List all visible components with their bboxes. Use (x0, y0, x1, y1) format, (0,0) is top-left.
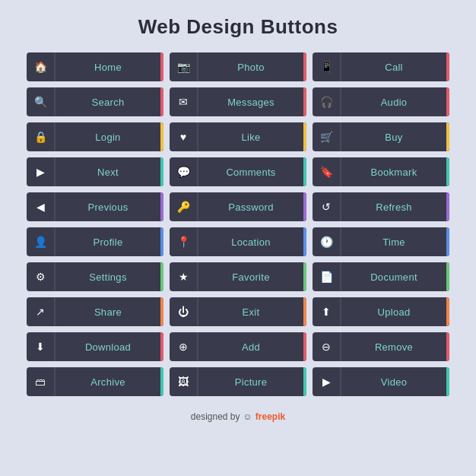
button-comments-accent (303, 157, 306, 186)
button-exit-icon-area: ⏻ (170, 297, 198, 326)
button-settings[interactable]: ⚙Settings (27, 262, 163, 291)
button-previous[interactable]: ◀Previous (27, 192, 163, 221)
button-home[interactable]: 🏠Home (27, 52, 163, 81)
button-buy[interactable]: 🛒Buy (313, 122, 449, 151)
button-location[interactable]: 📍Location (170, 227, 306, 256)
button-upload-icon-area: ⬆ (313, 297, 341, 326)
button-like-accent (303, 122, 306, 151)
button-search-accent (160, 87, 163, 116)
button-remove-accent (446, 332, 449, 361)
footer-brand: freepik (255, 411, 285, 422)
button-password[interactable]: 🔑Password (170, 192, 306, 221)
button-video-icon-area: ▶ (313, 367, 341, 396)
button-photo[interactable]: 📷Photo (170, 52, 306, 81)
button-bookmark[interactable]: 🔖Bookmark (313, 157, 449, 186)
button-upload[interactable]: ⬆Upload (313, 297, 449, 326)
next-icon: ▶ (36, 166, 45, 178)
button-audio-label: Audio (341, 97, 446, 108)
button-download-accent (160, 332, 163, 361)
button-video[interactable]: ▶Video (313, 367, 449, 396)
button-buy-accent (446, 122, 449, 151)
photo-icon: 📷 (177, 61, 190, 73)
button-share[interactable]: ↗Share (27, 297, 163, 326)
audio-icon: 🎧 (320, 96, 333, 108)
button-share-label: Share (56, 306, 160, 318)
search-icon: 🔍 (34, 96, 47, 108)
button-call[interactable]: 📱Call (313, 52, 449, 81)
button-document-icon-area: 📄 (313, 262, 341, 291)
button-refresh-icon-area: ↺ (313, 192, 341, 221)
button-next-icon-area: ▶ (27, 157, 56, 186)
button-password-label: Password (198, 202, 303, 213)
buy-icon: 🛒 (320, 131, 333, 143)
button-refresh[interactable]: ↺Refresh (313, 192, 449, 221)
button-document-accent (446, 262, 449, 291)
button-location-accent (303, 227, 306, 256)
button-download-icon-area: ⬇ (27, 332, 56, 361)
button-photo-icon-area: 📷 (170, 52, 198, 81)
button-document[interactable]: 📄Document (313, 262, 449, 291)
button-settings-accent (160, 262, 163, 291)
button-picture-accent (303, 367, 306, 396)
password-icon: 🔑 (177, 201, 190, 213)
button-add-icon-area: ⊕ (170, 332, 198, 361)
button-audio-accent (446, 87, 449, 116)
button-settings-label: Settings (56, 271, 160, 283)
button-picture-icon-area: 🖼 (170, 367, 198, 396)
button-call-label: Call (341, 62, 446, 73)
video-icon: ▶ (322, 376, 331, 388)
button-location-label: Location (198, 236, 303, 248)
button-profile-label: Profile (56, 236, 160, 248)
button-bookmark-label: Bookmark (341, 167, 446, 178)
button-like[interactable]: ♥Like (170, 122, 306, 151)
button-add[interactable]: ⊕Add (170, 332, 306, 361)
document-icon: 📄 (320, 271, 333, 283)
button-share-icon-area: ↗ (27, 297, 56, 326)
button-audio-icon-area: 🎧 (313, 87, 341, 116)
button-exit-label: Exit (198, 306, 303, 318)
buttons-grid: 🏠Home📷Photo📱Call🔍Search✉Messages🎧Audio🔒L… (27, 52, 449, 396)
exit-icon: ⏻ (178, 306, 189, 318)
button-messages[interactable]: ✉Messages (170, 87, 306, 116)
button-photo-accent (303, 52, 306, 81)
button-time[interactable]: 🕐Time (313, 227, 449, 256)
button-messages-icon-area: ✉ (170, 87, 198, 116)
button-favorite-label: Favorite (198, 271, 303, 283)
button-comments[interactable]: 💬Comments (170, 157, 306, 186)
button-profile[interactable]: 👤Profile (27, 227, 163, 256)
button-archive[interactable]: 🗃Archive (27, 367, 163, 396)
button-next[interactable]: ▶Next (27, 157, 163, 186)
button-profile-icon-area: 👤 (27, 227, 56, 256)
button-audio[interactable]: 🎧Audio (313, 87, 449, 116)
button-search[interactable]: 🔍Search (27, 87, 163, 116)
button-favorite-accent (303, 262, 306, 291)
button-favorite[interactable]: ★Favorite (170, 262, 306, 291)
button-login[interactable]: 🔒Login (27, 122, 163, 151)
like-icon: ♥ (180, 131, 186, 143)
bookmark-icon: 🔖 (320, 166, 333, 178)
button-favorite-icon-area: ★ (170, 262, 198, 291)
button-picture[interactable]: 🖼Picture (170, 367, 306, 396)
button-photo-label: Photo (198, 62, 303, 73)
button-time-icon-area: 🕐 (313, 227, 341, 256)
button-exit[interactable]: ⏻Exit (170, 297, 306, 326)
button-login-icon-area: 🔒 (27, 122, 56, 151)
button-download[interactable]: ⬇Download (27, 332, 163, 361)
button-profile-accent (160, 227, 163, 256)
button-remove[interactable]: ⊖Remove (313, 332, 449, 361)
button-call-icon-area: 📱 (313, 52, 341, 81)
button-remove-icon-area: ⊖ (313, 332, 341, 361)
button-archive-icon-area: 🗃 (27, 367, 56, 396)
button-video-label: Video (341, 376, 446, 388)
add-icon: ⊕ (179, 341, 188, 353)
button-next-label: Next (56, 167, 160, 178)
button-like-label: Like (198, 132, 303, 143)
button-upload-label: Upload (341, 306, 446, 318)
button-previous-label: Previous (56, 202, 160, 213)
settings-icon: ⚙ (36, 271, 46, 283)
button-add-label: Add (198, 341, 303, 353)
button-password-accent (303, 192, 306, 221)
button-home-accent (160, 52, 163, 81)
button-settings-icon-area: ⚙ (27, 262, 56, 291)
footer-logo-icon: ☺ (243, 411, 252, 422)
